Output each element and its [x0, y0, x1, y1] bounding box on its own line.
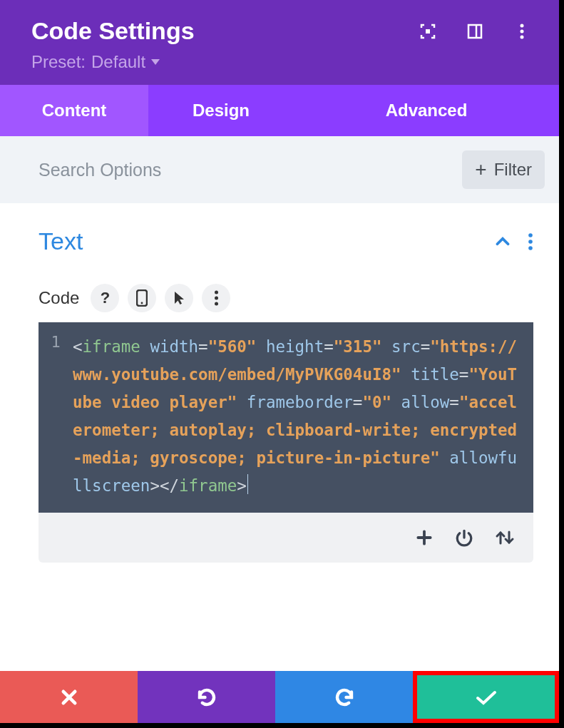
cursor-icon[interactable] — [165, 284, 193, 312]
svg-point-4 — [521, 29, 524, 33]
svg-point-7 — [528, 240, 533, 244]
page-title: Code Settings — [31, 17, 195, 45]
svg-point-6 — [528, 233, 533, 237]
svg-point-11 — [215, 291, 218, 294]
more-vertical-icon[interactable] — [513, 23, 530, 40]
tab-advanced[interactable]: Advanced — [294, 85, 559, 136]
settings-header: Code Settings Preset: Default — [0, 0, 559, 85]
tab-design[interactable]: Design — [148, 85, 294, 136]
preset-selector[interactable]: Preset: Default — [31, 52, 160, 72]
save-button[interactable] — [413, 671, 559, 723]
tab-content[interactable]: Content — [0, 85, 148, 136]
text-cursor — [247, 474, 248, 494]
code-content[interactable]: <iframe width="560" height="315" src="ht… — [73, 322, 533, 513]
svg-point-13 — [215, 302, 218, 306]
preset-value: Default — [91, 52, 145, 72]
filter-button[interactable]: + Filter — [462, 150, 545, 189]
svg-point-3 — [521, 24, 524, 27]
section-more-icon[interactable] — [528, 232, 533, 251]
search-bar: + Filter — [0, 136, 559, 203]
filter-label: Filter — [494, 160, 532, 180]
text-section: Text Code ? — [0, 203, 559, 563]
section-title[interactable]: Text — [39, 227, 83, 255]
layout-icon[interactable] — [466, 23, 483, 40]
action-bar — [0, 671, 559, 728]
code-footer — [39, 513, 533, 563]
sort-icon[interactable] — [495, 528, 515, 547]
plus-icon: + — [475, 158, 486, 181]
svg-rect-0 — [426, 29, 430, 34]
undo-button[interactable] — [138, 671, 275, 723]
svg-point-8 — [528, 246, 533, 250]
tab-bar: Content Design Advanced — [0, 85, 559, 136]
cancel-button[interactable] — [0, 671, 138, 723]
caret-down-icon — [151, 59, 160, 65]
code-editor[interactable]: 1 <iframe width="560" height="315" src="… — [39, 322, 533, 513]
expand-icon[interactable] — [419, 23, 436, 40]
search-input[interactable] — [39, 160, 462, 180]
code-editor-wrap: 1 <iframe width="560" height="315" src="… — [39, 322, 533, 563]
preset-prefix: Preset: — [31, 52, 86, 72]
svg-point-5 — [521, 35, 524, 39]
help-icon[interactable]: ? — [91, 284, 119, 312]
add-icon[interactable] — [415, 528, 434, 547]
svg-point-10 — [141, 302, 143, 304]
svg-rect-1 — [468, 25, 481, 38]
field-more-icon[interactable] — [202, 284, 230, 312]
mobile-icon[interactable] — [128, 284, 156, 312]
power-icon[interactable] — [455, 528, 473, 547]
line-gutter: 1 — [39, 322, 73, 513]
svg-point-12 — [215, 297, 218, 300]
collapse-chevron-icon[interactable] — [493, 232, 512, 251]
field-label-code: Code — [39, 288, 79, 308]
redo-button[interactable] — [275, 671, 413, 723]
